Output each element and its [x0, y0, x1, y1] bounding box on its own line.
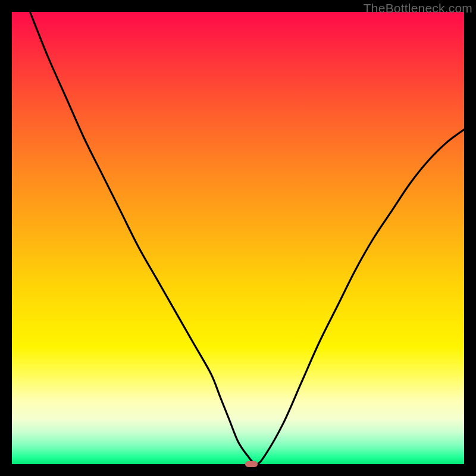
watermark-text: TheBottleneck.com [364, 1, 472, 15]
bottleneck-curve [12, 12, 464, 464]
chart-frame: TheBottleneck.com [0, 0, 476, 476]
optimal-point-marker [245, 461, 258, 467]
plot-area [12, 12, 464, 464]
